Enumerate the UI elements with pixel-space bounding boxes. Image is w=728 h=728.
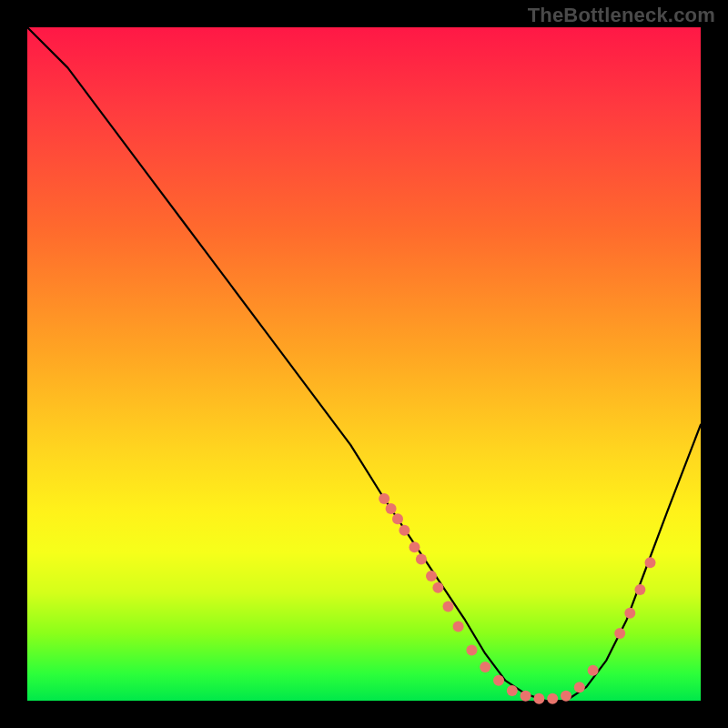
data-marker — [624, 608, 635, 619]
curve-path — [27, 27, 701, 701]
data-marker — [416, 554, 427, 565]
data-marker — [392, 513, 403, 524]
markers-group — [379, 493, 655, 704]
data-marker — [533, 693, 544, 704]
plot-area — [27, 27, 701, 701]
data-marker — [399, 525, 410, 536]
data-marker — [561, 691, 571, 702]
data-marker — [574, 682, 585, 693]
chart-svg — [27, 27, 701, 701]
data-marker — [614, 628, 625, 639]
data-marker — [379, 493, 389, 504]
data-marker — [386, 503, 397, 514]
data-marker — [410, 541, 420, 552]
data-marker — [588, 665, 599, 676]
watermark-text: TheBottleneck.com — [528, 4, 715, 27]
chart-frame: TheBottleneck.com — [0, 0, 728, 728]
data-marker — [466, 645, 477, 656]
data-marker — [507, 685, 518, 696]
data-marker — [426, 571, 437, 581]
data-marker — [480, 662, 490, 672]
data-marker — [493, 675, 504, 686]
data-marker — [634, 584, 645, 595]
data-marker — [453, 622, 464, 632]
data-marker — [432, 582, 443, 593]
data-marker — [645, 557, 656, 568]
data-marker — [547, 693, 558, 704]
data-marker — [443, 601, 454, 612]
data-marker — [521, 691, 531, 702]
